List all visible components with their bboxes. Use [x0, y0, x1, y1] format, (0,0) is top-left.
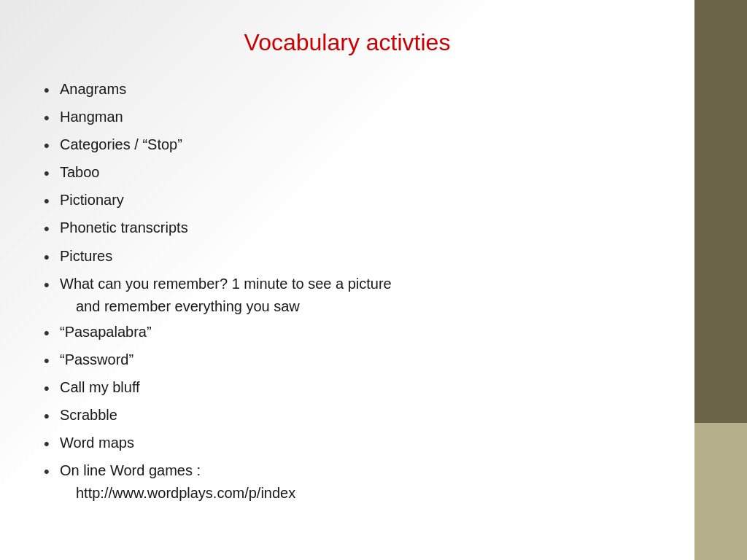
- list-item: •Pictures: [44, 245, 651, 270]
- slide-container: Vocabulary activties •Anagrams•Hangman• …: [0, 0, 747, 560]
- bullet-text: Anagrams: [60, 78, 651, 101]
- bullet-dot: •: [44, 106, 60, 131]
- bullet-continuation: http://www.wordplays.com/p/index: [60, 482, 651, 505]
- list-item: • Scrabble: [44, 404, 651, 429]
- bullet-text: Word maps: [60, 432, 651, 454]
- bullet-dot: •: [44, 161, 60, 186]
- list-item: • On line Word games :http://www.wordpla…: [44, 459, 651, 505]
- bullet-text: “Password”: [60, 349, 651, 371]
- bullet-dot: •: [44, 217, 60, 241]
- bullet-dot: •: [44, 404, 60, 429]
- list-item: • Word maps: [44, 432, 651, 456]
- list-item: •Hangman: [44, 106, 651, 131]
- sidebar-panel: [694, 0, 747, 560]
- bullet-dot: •: [44, 245, 60, 270]
- slide-title: Vocabulary activties: [44, 29, 651, 56]
- bullet-continuation: and remember everything you saw: [60, 295, 651, 318]
- list-item: • “Password”: [44, 349, 651, 373]
- list-item: •“Pasapalabra”: [44, 321, 651, 346]
- bullet-text: Phonetic transcripts: [60, 217, 651, 239]
- bullet-text: On line Word games :http://www.wordplays…: [60, 459, 651, 505]
- list-item: •Anagrams: [44, 78, 651, 103]
- bullet-text: Categories / “Stop”: [60, 133, 651, 156]
- bullet-text: Pictionary: [60, 189, 651, 211]
- bullet-text: Call my bluff: [60, 376, 651, 399]
- list-item: • Phonetic transcripts: [44, 217, 651, 241]
- list-item: •What can you remember? 1 minute to see …: [44, 273, 651, 318]
- bullet-dot: •: [44, 133, 60, 158]
- bullet-dot: •: [44, 321, 60, 346]
- bullet-dot: •: [44, 376, 60, 401]
- bullet-list: •Anagrams•Hangman• Categories / “Stop”•T…: [44, 78, 651, 508]
- list-item: • Call my bluff: [44, 376, 651, 401]
- sidebar-top: [694, 0, 747, 423]
- main-content: Vocabulary activties •Anagrams•Hangman• …: [0, 0, 694, 560]
- bullet-text: Scrabble: [60, 404, 651, 427]
- bullet-text: Taboo: [60, 161, 651, 184]
- bullet-dot: •: [44, 273, 60, 298]
- bullet-dot: •: [44, 189, 60, 214]
- sidebar-bottom: [694, 423, 747, 560]
- bullet-dot: •: [44, 78, 60, 103]
- list-item: •Taboo: [44, 161, 651, 186]
- bullet-text: Pictures: [60, 245, 651, 268]
- bullet-dot: •: [44, 459, 60, 484]
- list-item: • Categories / “Stop”: [44, 133, 651, 158]
- bullet-text: “Pasapalabra”: [60, 321, 651, 343]
- bullet-dot: •: [44, 349, 60, 373]
- list-item: • Pictionary: [44, 189, 651, 214]
- bullet-dot: •: [44, 432, 60, 456]
- bullet-text: What can you remember? 1 minute to see a…: [60, 273, 651, 318]
- bullet-text: Hangman: [60, 106, 651, 128]
